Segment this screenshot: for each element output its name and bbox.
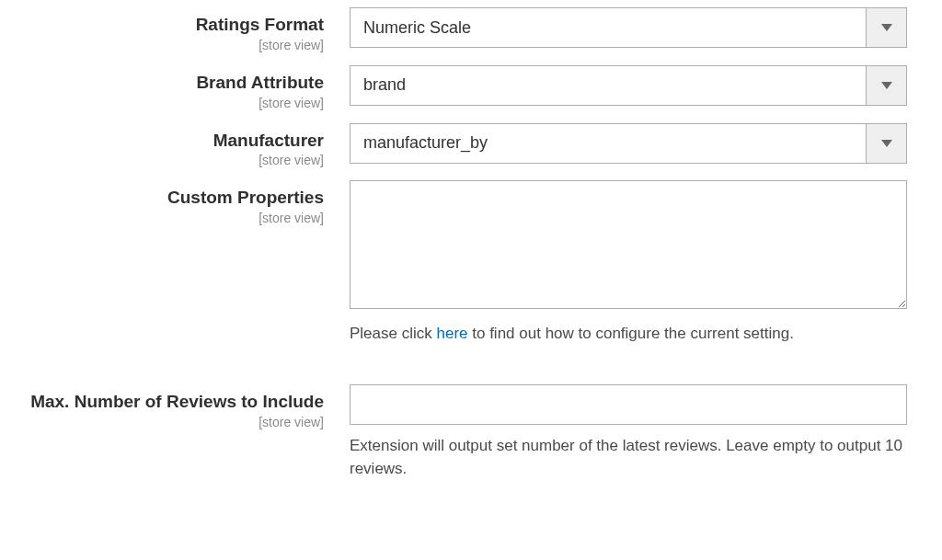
scope-hint: [store view] xyxy=(0,211,324,225)
field-row-manufacturer: Manufacturer [store view] manufacturer_b… xyxy=(0,123,925,168)
svg-marker-1 xyxy=(881,82,892,89)
label-col: Ratings Format [store view] xyxy=(0,7,350,52)
label-col: Manufacturer [store view] xyxy=(0,123,350,168)
ratings-format-select[interactable]: Numeric Scale xyxy=(350,7,907,48)
spacer xyxy=(0,359,925,384)
chevron-down-icon xyxy=(866,124,906,163)
max-reviews-label: Max. Number of Reviews to Include xyxy=(0,392,324,413)
manufacturer-label: Manufacturer xyxy=(0,131,324,152)
control-col: Extension will output set number of the … xyxy=(350,384,907,481)
manufacturer-value: manufacturer_by xyxy=(350,133,866,153)
max-reviews-hint: Extension will output set number of the … xyxy=(350,434,907,481)
ratings-format-value: Numeric Scale xyxy=(350,18,866,38)
hint-text-post: to find out how to configure the current… xyxy=(468,325,794,342)
control-col: brand xyxy=(350,65,907,106)
field-row-custom-properties: Custom Properties [store view] Please cl… xyxy=(0,180,925,346)
hint-text-pre: Please click xyxy=(350,325,436,342)
scope-hint: [store view] xyxy=(0,96,324,110)
max-reviews-input[interactable] xyxy=(350,384,907,425)
config-form: Ratings Format [store view] Numeric Scal… xyxy=(0,0,942,512)
control-col: Numeric Scale xyxy=(350,7,907,48)
svg-marker-0 xyxy=(881,24,892,31)
label-col: Brand Attribute [store view] xyxy=(0,65,350,110)
control-col: Please click here to find out how to con… xyxy=(350,180,907,346)
label-col: Max. Number of Reviews to Include [store… xyxy=(0,384,350,429)
field-row-max-reviews: Max. Number of Reviews to Include [store… xyxy=(0,384,925,481)
scope-hint: [store view] xyxy=(0,415,324,429)
scope-hint: [store view] xyxy=(0,38,324,52)
brand-attribute-select[interactable]: brand xyxy=(350,65,907,106)
svg-marker-2 xyxy=(881,140,892,147)
label-col: Custom Properties [store view] xyxy=(0,180,350,225)
chevron-down-icon xyxy=(866,8,906,47)
ratings-format-label: Ratings Format xyxy=(0,15,324,36)
custom-properties-hint-link[interactable]: here xyxy=(436,325,467,342)
chevron-down-icon xyxy=(866,66,906,105)
brand-attribute-value: brand xyxy=(350,75,866,95)
custom-properties-hint: Please click here to find out how to con… xyxy=(350,322,907,346)
field-row-brand-attribute: Brand Attribute [store view] brand xyxy=(0,65,925,110)
field-row-ratings-format: Ratings Format [store view] Numeric Scal… xyxy=(0,7,925,52)
manufacturer-select[interactable]: manufacturer_by xyxy=(350,123,907,164)
custom-properties-label: Custom Properties xyxy=(0,188,324,209)
scope-hint: [store view] xyxy=(0,153,324,167)
custom-properties-textarea[interactable] xyxy=(350,180,907,309)
brand-attribute-label: Brand Attribute xyxy=(0,73,324,94)
control-col: manufacturer_by xyxy=(350,123,907,164)
